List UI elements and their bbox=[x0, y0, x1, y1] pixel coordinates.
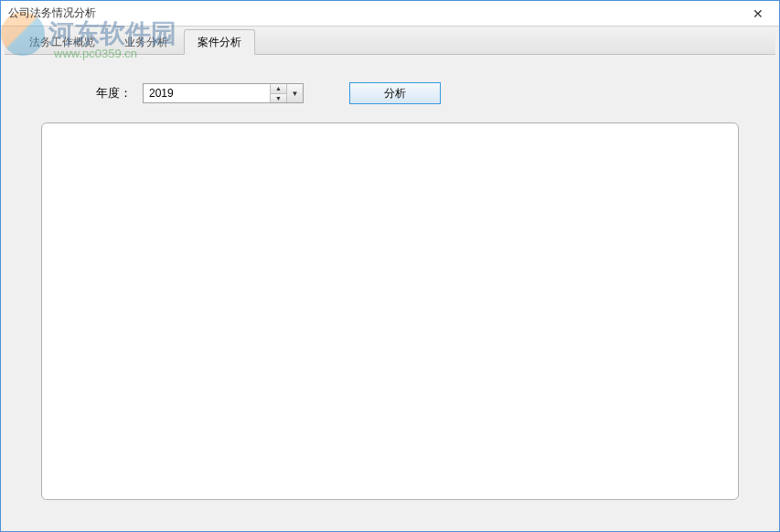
chevron-down-icon: ▼ bbox=[275, 95, 282, 101]
titlebar: 公司法务情况分析 河东软件园 www.pc0359.cn ✕ bbox=[1, 1, 779, 27]
spinner-up-button[interactable]: ▲ bbox=[271, 84, 286, 94]
tab-label: 案件分析 bbox=[198, 36, 241, 48]
year-spinner: ▲ ▼ bbox=[270, 84, 286, 102]
content-area: 法务工作概览 业务分析 案件分析 年度： ▲ ▼ bbox=[1, 27, 779, 531]
window-title: 公司法务情况分析 bbox=[8, 5, 96, 21]
tab-label: 业务分析 bbox=[124, 36, 168, 48]
tab-label: 法务工作概览 bbox=[29, 36, 95, 48]
app-window: 公司法务情况分析 河东软件园 www.pc0359.cn ✕ 法务工作概览 业务… bbox=[0, 0, 780, 532]
year-dropdown-button[interactable]: ▼ bbox=[286, 84, 303, 102]
analyze-button[interactable]: 分析 bbox=[349, 82, 441, 104]
tab-case-analysis[interactable]: 案件分析 bbox=[184, 29, 255, 55]
chevron-up-icon: ▲ bbox=[275, 85, 282, 91]
spinner-down-button[interactable]: ▼ bbox=[271, 94, 286, 103]
tab-business-analysis[interactable]: 业务分析 bbox=[111, 29, 182, 54]
close-icon: ✕ bbox=[753, 6, 764, 21]
tab-legal-overview[interactable]: 法务工作概览 bbox=[16, 29, 109, 54]
year-input-group: ▲ ▼ ▼ bbox=[143, 83, 304, 103]
controls-row: 年度： ▲ ▼ ▼ 分析 bbox=[32, 73, 748, 122]
year-input[interactable] bbox=[144, 84, 270, 102]
close-button[interactable]: ✕ bbox=[744, 4, 772, 24]
chevron-down-icon: ▼ bbox=[292, 90, 299, 98]
year-label: 年度： bbox=[96, 85, 132, 101]
tab-bar: 法务工作概览 业务分析 案件分析 bbox=[5, 30, 775, 54]
tab-content: 年度： ▲ ▼ ▼ 分析 bbox=[5, 54, 775, 527]
results-panel bbox=[41, 122, 739, 500]
